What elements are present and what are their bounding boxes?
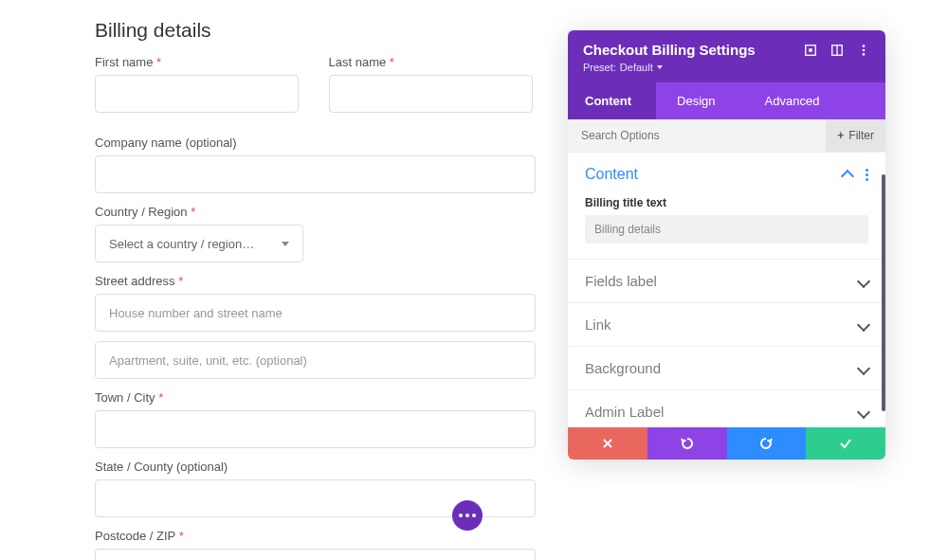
chevron-down-icon — [657, 65, 663, 69]
search-input[interactable] — [568, 129, 826, 142]
town-label: Town / City * — [95, 390, 536, 405]
chevron-down-icon — [857, 405, 870, 418]
billing-title-label: Billing title text — [585, 196, 868, 209]
filter-button[interactable]: + Filter — [826, 119, 885, 152]
required-asterisk: * — [179, 529, 184, 543]
first-name-label: First name * — [95, 55, 302, 69]
redo-button[interactable] — [727, 427, 807, 460]
country-label: Country / Region * — [95, 205, 536, 219]
panel-tabs: Content Design Advanced — [568, 82, 885, 119]
postcode-label: Postcode / ZIP * — [95, 529, 536, 543]
last-name-label: Last name * — [329, 55, 537, 69]
last-name-input[interactable] — [329, 75, 533, 113]
kebab-menu-icon[interactable] — [857, 44, 870, 57]
postcode-input[interactable] — [95, 549, 536, 560]
plus-icon: + — [837, 129, 844, 142]
town-input[interactable] — [95, 410, 536, 448]
preset-selector[interactable]: Preset: Default — [583, 62, 870, 73]
chevron-down-icon — [282, 242, 289, 246]
street1-input[interactable] — [95, 294, 536, 332]
country-select[interactable]: Select a country / region… — [95, 225, 303, 262]
close-button[interactable] — [568, 427, 647, 460]
section-admin-label-toggle[interactable]: Admin Label — [568, 390, 885, 427]
tab-content[interactable]: Content — [568, 82, 656, 119]
street2-input[interactable] — [95, 341, 536, 379]
section-fields-label-toggle[interactable]: Fields label — [568, 260, 885, 302]
tab-advanced[interactable]: Advanced — [744, 82, 841, 119]
undo-icon — [681, 437, 694, 450]
svg-point-4 — [863, 45, 866, 47]
search-bar: + Filter — [568, 119, 885, 152]
svg-point-5 — [863, 48, 866, 51]
billing-form: Billing details First name * Last name *… — [95, 19, 536, 560]
first-name-input[interactable] — [95, 75, 299, 113]
chevron-down-icon — [857, 274, 870, 287]
section-background-toggle[interactable]: Background — [568, 347, 885, 389]
panel-title: Checkout Billing Settings — [583, 42, 756, 58]
street-label: Street address * — [95, 274, 536, 288]
svg-point-6 — [863, 53, 866, 56]
save-button[interactable] — [806, 427, 885, 460]
scrollbar-thumb[interactable] — [882, 174, 885, 411]
required-asterisk: * — [158, 390, 163, 405]
form-heading: Billing details — [95, 19, 536, 42]
tab-design[interactable]: Design — [656, 82, 743, 119]
section-content-toggle[interactable]: Content — [568, 153, 885, 196]
country-select-placeholder: Select a country / region… — [109, 237, 254, 251]
kebab-menu-icon[interactable] — [866, 169, 868, 181]
redo-icon — [759, 437, 773, 450]
company-label: Company name (optional) — [95, 135, 536, 150]
svg-rect-1 — [809, 48, 812, 52]
check-icon — [839, 437, 852, 450]
module-options-fab[interactable] — [452, 500, 483, 531]
chevron-up-icon — [841, 170, 854, 183]
chevron-down-icon — [857, 317, 870, 331]
section-link-toggle[interactable]: Link — [568, 303, 885, 346]
required-asterisk: * — [156, 55, 161, 69]
panel-header: Checkout Billing Settings Preset: Defaul… — [568, 30, 885, 82]
state-label: State / County (optional) — [95, 460, 536, 474]
undo-button[interactable] — [647, 427, 727, 460]
layout-icon[interactable] — [830, 44, 844, 57]
panel-actions — [568, 427, 885, 460]
required-asterisk: * — [178, 274, 183, 288]
close-icon — [602, 438, 613, 449]
chevron-down-icon — [857, 361, 870, 374]
expand-icon[interactable] — [804, 44, 817, 57]
billing-title-input[interactable] — [585, 215, 868, 244]
required-asterisk: * — [390, 55, 394, 69]
required-asterisk: * — [191, 205, 195, 219]
settings-panel: Checkout Billing Settings Preset: Defaul… — [568, 30, 885, 460]
company-input[interactable] — [95, 155, 536, 193]
